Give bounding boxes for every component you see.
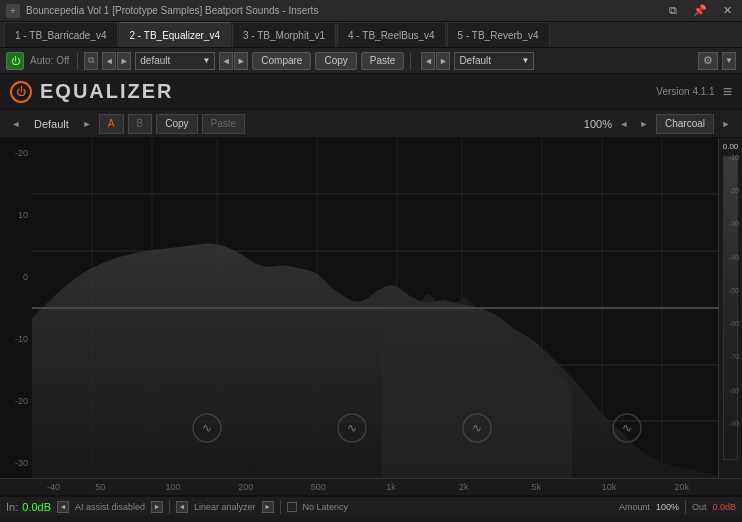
x-axis-labels: -40 50 100 200 500 1k 2k 5k 10k 20k <box>0 478 742 496</box>
preset-bar-prev-button[interactable]: ◄ <box>8 114 24 134</box>
title-bar: + Bouncepedia Vol 1 [Prototype Samples] … <box>0 0 742 22</box>
tab-3[interactable]: 4 - TB_ReelBus_v4 <box>337 22 446 47</box>
toolbar-dropdown-button[interactable]: ▼ <box>722 52 736 70</box>
float-button[interactable]: ⧉ <box>665 4 681 17</box>
tab-4[interactable]: 5 - TB_Reverb_v4 <box>447 22 550 47</box>
x-label-20k: 20k <box>645 482 718 492</box>
tabs-row: 1 - TB_Barricade_v4 2 - TB_Equalizer_v4 … <box>0 22 742 48</box>
no-latency-checkbox[interactable] <box>287 502 297 512</box>
input-level-segment: In: 0.0dB <box>6 501 51 513</box>
toolbar-divider-2 <box>410 52 411 70</box>
redo-button[interactable]: ► <box>117 52 131 70</box>
tab-0[interactable]: 1 - TB_Barricade_v4 <box>4 22 118 47</box>
pin-button[interactable]: 📌 <box>689 4 711 17</box>
y-label-5: -30 <box>0 458 32 468</box>
no-latency-label: No Latency <box>303 502 349 512</box>
amount-value: 100% <box>656 502 679 512</box>
x-label-2k: 2k <box>427 482 500 492</box>
preset-bar: ◄ Default ► A B Copy Paste 100% ◄ ► Char… <box>0 110 742 138</box>
analyzer-next-button[interactable]: ► <box>262 501 274 513</box>
x-label-5k: 5k <box>500 482 573 492</box>
status-next-button[interactable]: ► <box>151 501 163 513</box>
svg-text:∿: ∿ <box>202 421 212 435</box>
copy-button[interactable]: Copy <box>315 52 356 70</box>
color-selector-button[interactable]: Charcoal <box>656 114 714 134</box>
tab-1[interactable]: 2 - TB_Equalizer_v4 <box>119 22 231 47</box>
eq-display[interactable]: -20 10 0 -10 -20 -30 <box>0 138 742 478</box>
auto-off-label: Auto: Off <box>30 55 69 66</box>
plugin-title: EQUALIZER <box>40 80 174 103</box>
status-divider-2 <box>280 500 281 514</box>
x-label-500: 500 <box>282 482 355 492</box>
percent-right-button[interactable]: ► <box>636 114 652 134</box>
toolbar-arrow-icon: ⧉ <box>84 52 98 70</box>
paste-button[interactable]: Paste <box>361 52 405 70</box>
settings-button[interactable]: ⚙ <box>698 52 718 70</box>
svg-text:∿: ∿ <box>347 421 357 435</box>
window-title: Bouncepedia Vol 1 [Prototype Samples] Be… <box>26 5 318 16</box>
add-tab-button[interactable]: + <box>6 4 20 18</box>
eq-curve-area[interactable]: ∿ ∿ ∿ ∿ <box>32 138 718 478</box>
x-label-50: 50 <box>64 482 137 492</box>
y-label-4: -20 <box>0 396 32 406</box>
status-bar: In: 0.0dB ◄ AI assist disabled ► ◄ Linea… <box>0 496 742 516</box>
undo-button[interactable]: ◄ <box>102 52 116 70</box>
ab-b-button[interactable]: B <box>128 114 153 134</box>
x-label-neg40: -40 <box>32 482 64 492</box>
analyzer-label: Linear analyzer <box>194 502 256 512</box>
amount-label: Amount <box>619 502 650 512</box>
vu-bar: -10 -20 -30 -40 -50 -60 -70 -80 -90 <box>723 156 738 460</box>
preset-copy-button[interactable]: Copy <box>156 114 197 134</box>
percent-display: 100% <box>584 118 612 130</box>
x-label-200: 200 <box>209 482 282 492</box>
nav-prev-button[interactable]: ◄ <box>421 52 435 70</box>
x-label-1k: 1k <box>355 482 428 492</box>
y-label-3: -10 <box>0 334 32 344</box>
out-value: 0.0dB <box>712 502 736 512</box>
svg-text:∿: ∿ <box>472 421 482 435</box>
preset-next-button[interactable]: ► <box>234 52 248 70</box>
power-button[interactable]: ⏻ <box>6 52 24 70</box>
compare-button[interactable]: Compare <box>252 52 311 70</box>
status-divider-1 <box>169 500 170 514</box>
preset-bar-next-button[interactable]: ► <box>79 114 95 134</box>
preset-prev-button[interactable]: ◄ <box>219 52 233 70</box>
x-label-100: 100 <box>137 482 210 492</box>
status-divider-3 <box>685 500 686 514</box>
ai-assist-label: AI assist disabled <box>75 502 145 512</box>
in-value: 0.0dB <box>22 501 51 513</box>
toolbar-divider-1 <box>77 52 78 70</box>
y-label-0: -20 <box>0 148 32 158</box>
plugin-power-button[interactable]: ⏻ <box>10 81 32 103</box>
status-prev-button[interactable]: ◄ <box>57 501 69 513</box>
y-label-1: 10 <box>0 210 32 220</box>
preset-paste-button[interactable]: Paste <box>202 114 246 134</box>
preset-select[interactable]: default ▼ <box>135 52 215 70</box>
ab-a-button[interactable]: A <box>99 114 124 134</box>
analyzer-prev-button[interactable]: ◄ <box>176 501 188 513</box>
close-button[interactable]: ✕ <box>719 4 736 17</box>
toolbar: ⏻ Auto: Off ⧉ ◄ ► default ▼ ◄ ► Compare … <box>0 48 742 74</box>
y-axis-labels: -20 10 0 -10 -20 -30 <box>0 138 32 478</box>
default-select[interactable]: Default ▼ <box>454 52 534 70</box>
percent-left-button[interactable]: ◄ <box>616 114 632 134</box>
tab-2[interactable]: 3 - TB_Morphit_v1 <box>232 22 336 47</box>
vu-db-top: 0.00 <box>721 142 740 151</box>
eq-svg: ∿ ∿ ∿ ∿ <box>32 138 718 478</box>
preset-bar-name: Default <box>28 118 75 130</box>
color-right-button[interactable]: ► <box>718 114 734 134</box>
svg-text:∿: ∿ <box>622 421 632 435</box>
in-label: In: <box>6 501 18 513</box>
x-label-10k: 10k <box>573 482 646 492</box>
y-label-2: 0 <box>0 272 32 282</box>
version-label: Version 4.1.1 <box>656 86 714 97</box>
menu-icon[interactable]: ≡ <box>723 83 732 101</box>
nav-next-button[interactable]: ► <box>436 52 450 70</box>
plugin-header: ⏻ EQUALIZER Version 4.1.1 ≡ <box>0 74 742 110</box>
vu-meter: 0.00 -10 -20 -30 -40 -50 -60 -70 -80 -90 <box>718 138 742 478</box>
out-label: Out <box>692 502 707 512</box>
